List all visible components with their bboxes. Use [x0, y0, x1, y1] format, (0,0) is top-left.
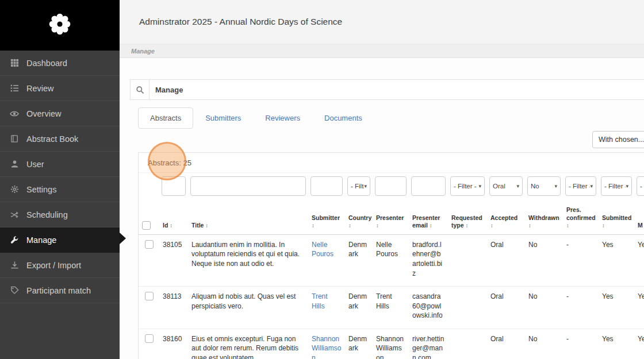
wrench-icon [9, 236, 20, 244]
cell-requested_type [448, 234, 487, 286]
cell-pres_confirmed: - [563, 234, 599, 286]
tab-submitters[interactable]: Submitters [193, 107, 253, 129]
sidebar-item-label: Abstract Book [26, 134, 78, 144]
sidebar-item-dashboard[interactable]: Dashboard [0, 51, 120, 76]
sidebar-item-label: Overview [26, 109, 61, 118]
shuffle-icon [9, 211, 20, 219]
sidebar-item-overview[interactable]: Overview [0, 101, 120, 126]
submitter-link[interactable]: Trent Hills [312, 292, 328, 310]
sidebar-item-abstract-book[interactable]: Abstract Book [0, 126, 120, 152]
filter-select-accepted[interactable]: Oral▾ [489, 176, 523, 196]
select-all-checkbox[interactable] [142, 221, 151, 230]
column-header-presenter[interactable]: Presenter ↕ [373, 202, 409, 234]
title-bar: Adminstrator 2025 - Annual Nordic Days o… [120, 0, 644, 44]
column-header-withdrawn[interactable]: Withdrawn ↕ [525, 202, 563, 234]
app-logo[interactable] [0, 0, 120, 51]
sort-icon[interactable]: ↕ [312, 222, 315, 229]
sort-icon[interactable]: ↕ [528, 222, 531, 229]
sidebar-item-label: Dashboard [26, 59, 67, 68]
toolbar-title: Manage [150, 86, 183, 94]
row-checkbox[interactable] [145, 334, 154, 343]
submitter-link[interactable]: Nelle Pouros [312, 241, 334, 258]
column-header-presenter_email[interactable]: Presenter email ↕ [409, 202, 448, 234]
cell-submitted: Yes [599, 329, 634, 359]
sort-icon[interactable]: ↕ [348, 222, 351, 229]
cell-title: Eius et omnis excepturi. Fuga non aut do… [188, 329, 308, 359]
column-header-country[interactable]: Country ↕ [345, 202, 373, 234]
sidebar-item-user[interactable]: User [0, 152, 120, 177]
cell-requested_type [448, 287, 487, 329]
filter-input-submitter[interactable] [310, 176, 343, 196]
cell-presenter: Trent Hills [373, 287, 409, 329]
filter-input-id[interactable] [162, 176, 186, 196]
cell-presenter_email: bradford.lehner@bartoletti.biz [409, 234, 448, 286]
chevron-down-icon: ▾ [516, 183, 519, 189]
cell-country: Denmark [345, 287, 373, 329]
abstracts-panel: Abstracts: 25 - Filter -▾- Filter -▾Oral… [138, 152, 644, 359]
submitter-link[interactable]: Shannon Williamson [312, 335, 341, 359]
tab-bar: AbstractsSubmittersReviewersDocuments [138, 107, 644, 129]
column-header-requested_type[interactable]: Requested type ↕ [448, 202, 487, 234]
row-checkbox[interactable] [145, 240, 154, 249]
filter-input-title[interactable] [190, 176, 306, 196]
main-area: Adminstrator 2025 - Annual Nordic Days o… [120, 0, 644, 359]
sort-icon[interactable]: ↕ [170, 222, 172, 229]
column-header-submitter[interactable]: Submitter ↕ [308, 202, 345, 234]
filter-select-country[interactable]: - Filter -▾ [347, 176, 370, 196]
header-row: Id ↕Title ↕Submitter ↕Country ↕Presenter… [139, 202, 644, 234]
filter-select-pres_confirmed[interactable]: - Filter -▾ [565, 176, 596, 196]
sidebar-item-settings[interactable]: Settings [0, 177, 120, 202]
filter-input-presenter_email[interactable] [411, 176, 446, 196]
sort-icon[interactable]: ↕ [466, 222, 469, 229]
filter-select-submitted[interactable]: - Filter -▾ [601, 176, 632, 196]
tab-documents[interactable]: Documents [312, 107, 374, 129]
column-header-mp[interactable]: M P ↕ [634, 202, 644, 234]
sidebar-item-manage[interactable]: Manage [0, 227, 120, 253]
cell-mp: Yes [634, 234, 644, 286]
sort-icon[interactable]: ↕ [430, 222, 432, 229]
cell-mp: Yes [634, 329, 644, 359]
filter-select-mp[interactable]: - Filter -▾ [637, 176, 644, 196]
column-header-submitted[interactable]: Submitted ↕ [599, 202, 634, 234]
filter-select-requested_type[interactable]: - Filter -▾ [450, 176, 485, 196]
sidebar: DashboardReviewOverviewAbstract BookUser… [0, 0, 120, 359]
sidebar-item-review[interactable]: Review [0, 76, 120, 101]
cell-pres_confirmed: - [563, 287, 599, 329]
sidebar-item-label: Participant match [26, 286, 91, 295]
cell-title: Aliquam id nobis aut. Quas vel est persp… [188, 287, 308, 329]
tag-icon [9, 286, 20, 295]
column-header-id[interactable]: Id ↕ [159, 202, 188, 234]
chevron-down-icon: ▾ [364, 183, 367, 189]
sidebar-item-participant-match[interactable]: Participant match [0, 278, 120, 303]
sidebar-item-export-import[interactable]: Export / Import [0, 253, 120, 278]
sort-icon[interactable]: ↕ [490, 222, 493, 229]
cell-withdrawn: No [525, 287, 563, 329]
breadcrumb[interactable]: Manage [120, 44, 644, 58]
cell-submitted: Yes [599, 234, 634, 286]
filter-select-withdrawn[interactable]: No▾ [527, 176, 561, 196]
chevron-down-icon: ▾ [626, 183, 628, 189]
table-row: 38160Eius et omnis excepturi. Fuga non a… [139, 329, 644, 359]
book-icon [9, 134, 20, 143]
column-header-pres_confirmed[interactable]: Pres. confirmed ↕ [563, 202, 599, 234]
sort-icon[interactable]: ↕ [205, 222, 208, 229]
sidebar-item-scheduling[interactable]: Scheduling [0, 202, 120, 227]
column-header-title[interactable]: Title ↕ [188, 202, 308, 234]
search-icon[interactable] [131, 86, 149, 94]
tab-reviewers[interactable]: Reviewers [253, 107, 312, 129]
with-chosen-button[interactable]: With chosen... ▾ [592, 131, 644, 148]
tab-abstracts[interactable]: Abstracts [138, 107, 193, 129]
cell-submitter: Shannon Williamson [308, 329, 345, 359]
sort-icon[interactable]: ↕ [566, 222, 569, 229]
sort-icon[interactable]: ↕ [602, 222, 605, 229]
cell-presenter: Nelle Pouros [373, 234, 409, 286]
with-chosen-label: With chosen... [599, 136, 644, 144]
filter-input-presenter[interactable] [375, 176, 407, 196]
list-icon [9, 84, 20, 92]
sidebar-item-label: Settings [26, 185, 56, 194]
column-header-accepted[interactable]: Accepted ↕ [487, 202, 525, 234]
sort-icon[interactable]: ↕ [376, 222, 379, 229]
cell-accepted: Oral [487, 234, 525, 286]
table-row: 38105Laudantium enim in mollitia. In vol… [139, 234, 644, 286]
row-checkbox[interactable] [145, 292, 154, 300]
